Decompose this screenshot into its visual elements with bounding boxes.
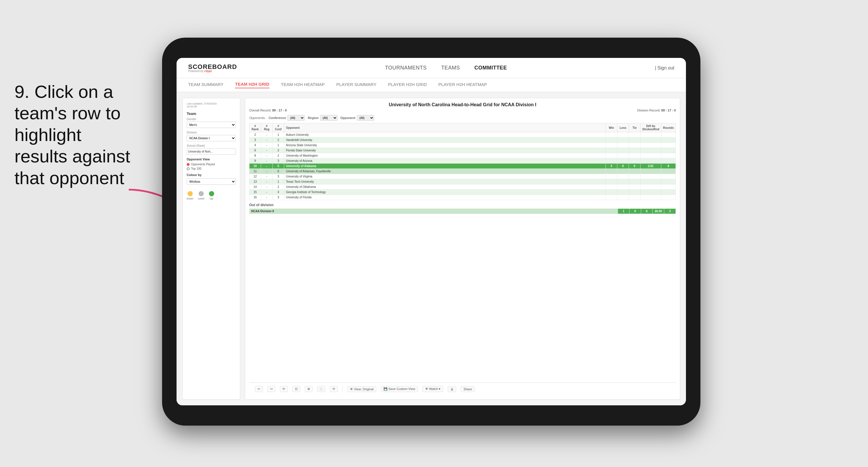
tab-player-summary[interactable]: PLAYER SUMMARY: [336, 82, 376, 88]
table-row[interactable]: 14-2University of Oklahoma: [249, 184, 676, 189]
toolbar-view-original[interactable]: 👁 View: Original: [347, 386, 376, 392]
cell-rank: 11: [249, 169, 261, 174]
conference-select[interactable]: (All): [287, 115, 305, 121]
cell-diff: [640, 132, 661, 138]
cell-diff: [640, 189, 661, 195]
toolbar-undo[interactable]: ↩: [255, 386, 263, 392]
cell-rounds: [661, 143, 676, 148]
table-row[interactable]: 3-2Vanderbilt University: [249, 138, 676, 143]
toolbar-refresh2[interactable]: ⟳: [330, 386, 338, 392]
cell-tie: [629, 132, 640, 138]
logo-clippi: clippi: [204, 69, 212, 73]
opponent-select[interactable]: (All): [357, 115, 374, 121]
cell-reg: -: [261, 138, 273, 143]
toolbar-print[interactable]: 🖨: [448, 386, 456, 392]
gender-label: Gender: [187, 118, 236, 121]
col-rounds: Rounds: [661, 123, 676, 132]
table-row[interactable]: 11-6University of Arkansas, Fayetteville: [249, 169, 676, 174]
table-row[interactable]: 8-2University of Washington: [249, 153, 676, 158]
toolbar-watch[interactable]: 👁 Watch ▾: [423, 386, 443, 392]
data-table: # Rank # Reg # Conf Opponent Win Loss Ti…: [249, 123, 676, 200]
opponent-filter: Opponent (All): [340, 115, 374, 121]
gender-select[interactable]: Men's: [187, 122, 236, 128]
table-row[interactable]: 16-3University of Florida: [249, 195, 676, 200]
cell-opponent: University of Arizona: [284, 158, 606, 164]
cell-win: 3: [606, 164, 617, 169]
cell-rank: 16: [249, 195, 261, 200]
legend-down: Down: [187, 191, 193, 200]
cell-rank: 4: [249, 143, 261, 148]
cell-rounds: [661, 148, 676, 153]
table-row[interactable]: 6-2Florida State University: [249, 148, 676, 153]
instruction-number: 9.: [14, 82, 30, 101]
sign-out[interactable]: | Sign out: [655, 65, 674, 71]
toolbar-circle[interactable]: ◌: [317, 386, 325, 392]
overall-record-value: 89 - 17 - 0: [272, 109, 286, 112]
cell-rank: 2: [249, 132, 261, 138]
cell-diff: [640, 153, 661, 158]
filter-opponents-label: Opponents:: [249, 116, 266, 120]
tab-team-h2h-heatmap[interactable]: TEAM H2H HEATMAP: [281, 82, 325, 88]
cell-loss: 0: [617, 164, 629, 169]
region-select[interactable]: (All): [320, 115, 338, 121]
cell-loss: [617, 184, 629, 189]
division-select[interactable]: NCAA Division I: [187, 135, 236, 141]
tab-team-summary[interactable]: TEAM SUMMARY: [188, 82, 223, 88]
table-row[interactable]: 10-5University of Alabama3002.618: [249, 164, 676, 169]
cell-win: [606, 132, 617, 138]
cell-diff: [640, 169, 661, 174]
tab-player-h2h-grid[interactable]: PLAYER H2H GRID: [388, 82, 427, 88]
col-rank: # Rank: [249, 123, 261, 132]
table-row[interactable]: 13-1Texas Tech University: [249, 179, 676, 184]
toolbar-share[interactable]: Share: [461, 386, 474, 392]
cell-loss: [617, 158, 629, 164]
cell-win: [606, 179, 617, 184]
tab-player-h2h-heatmap[interactable]: PLAYER H2H HEATMAP: [438, 82, 487, 88]
legend-up: Up: [209, 191, 214, 200]
tab-team-h2h-grid[interactable]: TEAM H2H GRID: [235, 82, 269, 88]
cell-win: [606, 184, 617, 189]
cell-rank: 10: [249, 164, 261, 169]
colour-by-select[interactable]: Win/loss: [187, 178, 236, 185]
col-win: Win: [606, 123, 617, 132]
ood-label: NCAA Division II: [249, 209, 618, 214]
left-panel: Last Updated: 27/03/2024 16:55:38 Team G…: [182, 98, 240, 400]
cell-loss: [617, 153, 629, 158]
right-panel: University of North Carolina Head-to-Hea…: [245, 98, 680, 400]
cell-rank: 13: [249, 179, 261, 184]
cell-diff: [640, 195, 661, 200]
cell-reg: -: [261, 132, 273, 138]
cell-reg: -: [261, 148, 273, 153]
cell-tie: [629, 143, 640, 148]
toolbar-add[interactable]: ⊕: [305, 386, 313, 392]
cell-win: [606, 138, 617, 143]
nav-teams[interactable]: TEAMS: [441, 65, 460, 71]
grid-records: Overall Record: 89 - 17 - 0 Division Rec…: [249, 109, 676, 112]
cell-conf: 4: [273, 189, 284, 195]
table-row[interactable]: 15-4Georgia Institute of Technology: [249, 189, 676, 195]
tablet-device: SCOREBOARD Powered by clippi TOURNAMENTS…: [162, 38, 701, 426]
table-row[interactable]: 9-3University of Arizona: [249, 158, 676, 164]
nav-tournaments[interactable]: TOURNAMENTS: [385, 65, 427, 71]
cell-opponent: Auburn University: [284, 132, 606, 138]
cell-reg: -: [261, 174, 273, 179]
cell-rounds: 8: [661, 164, 676, 169]
cell-reg: -: [261, 164, 273, 169]
table-row[interactable]: 2-1Auburn University: [249, 132, 676, 138]
toolbar-separator: [342, 386, 343, 392]
cell-opponent: University of Alabama: [284, 164, 606, 169]
table-row[interactable]: 4-1Arizona State University: [249, 143, 676, 148]
cell-opponent: Arizona State University: [284, 143, 606, 148]
school-rank-box[interactable]: University of Nort...: [187, 148, 236, 155]
toolbar-save-custom[interactable]: 💾 Save Custom View: [381, 386, 418, 392]
nav-committee[interactable]: COMMITTEE: [474, 65, 507, 71]
toolbar-refresh[interactable]: ⟳: [280, 386, 288, 392]
legend: Down Level Up: [187, 191, 236, 200]
radio-opponents-played[interactable]: Opponents Played: [187, 163, 236, 166]
out-of-division-row[interactable]: NCAA Division II 1 0 0 26.00 3: [249, 209, 676, 214]
radio-top100[interactable]: Top 100: [187, 167, 236, 170]
toolbar-grid[interactable]: ⊡: [292, 386, 300, 392]
cell-tie: [629, 189, 640, 195]
table-row[interactable]: 12-3University of Virginia: [249, 174, 676, 179]
toolbar-redo[interactable]: ↪: [268, 386, 275, 392]
